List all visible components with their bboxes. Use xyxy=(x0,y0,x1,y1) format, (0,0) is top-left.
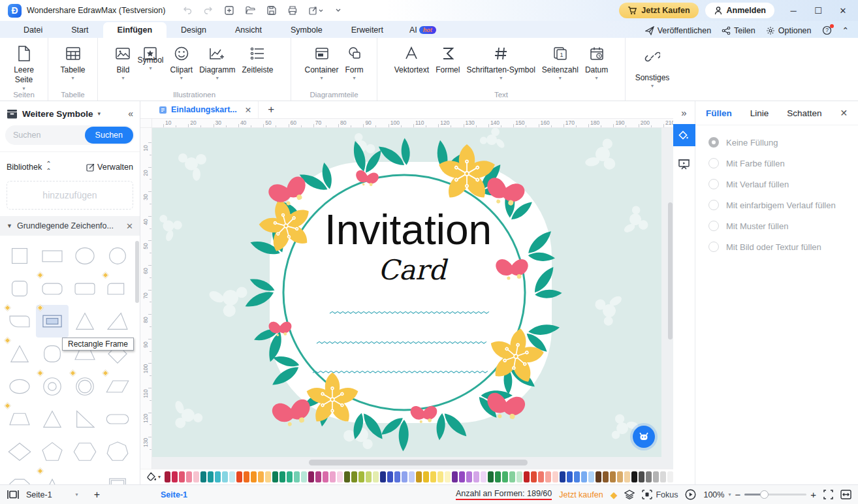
collapse-all-icon[interactable]: ⌃⌃ xyxy=(46,160,50,174)
chevron-down-icon[interactable]: ▾ xyxy=(98,110,101,117)
save-icon[interactable] xyxy=(266,5,277,16)
menu-tab-start[interactable]: Start xyxy=(57,22,103,38)
shape-button[interactable]: Form▾ xyxy=(342,42,367,83)
color-swatch[interactable] xyxy=(165,471,170,482)
color-swatch[interactable] xyxy=(445,471,451,482)
chevron-down-icon[interactable]: ▾ xyxy=(76,492,78,497)
shape-cell-trapezoid-2[interactable] xyxy=(3,403,36,435)
tab-linie[interactable]: Linie xyxy=(750,108,769,118)
color-swatch[interactable] xyxy=(567,471,573,482)
print-icon[interactable] xyxy=(287,5,298,16)
color-swatch[interactable] xyxy=(452,471,458,482)
color-swatch[interactable] xyxy=(337,471,343,482)
shape-cell-isosceles-triangle[interactable] xyxy=(3,338,36,370)
color-swatch[interactable] xyxy=(667,471,673,482)
clipart-button[interactable]: Clipart▾ xyxy=(167,42,196,83)
color-swatch[interactable] xyxy=(560,471,565,482)
date-button[interactable]: Datum▾ xyxy=(582,42,611,83)
color-swatch[interactable] xyxy=(610,471,616,482)
fill-option[interactable]: Keine Füllung xyxy=(699,132,854,153)
misc-button[interactable]: Sonstiges▾ xyxy=(632,42,673,91)
color-swatch[interactable] xyxy=(603,471,609,482)
help-button[interactable]: ? xyxy=(822,25,832,35)
color-swatch[interactable] xyxy=(639,471,644,482)
color-swatch[interactable] xyxy=(308,471,314,482)
color-swatch[interactable] xyxy=(394,471,400,482)
color-swatch[interactable] xyxy=(229,471,235,482)
color-swatch[interactable] xyxy=(473,471,479,482)
color-swatch[interactable] xyxy=(323,471,328,482)
add-library-dropzone[interactable]: hinzuzufügen xyxy=(7,181,133,210)
color-swatch[interactable] xyxy=(495,471,501,482)
color-swatch[interactable] xyxy=(423,471,429,482)
shape-cell-rectangle[interactable] xyxy=(36,240,69,272)
shape-cell-stadium[interactable] xyxy=(101,403,134,435)
color-swatch[interactable] xyxy=(366,471,372,482)
redo-icon[interactable] xyxy=(203,5,214,16)
shape-section-header[interactable]: ▼ Grundlegende Zeichenfo... ✕ xyxy=(0,216,140,236)
canvas-page[interactable]: InvitationCard xyxy=(152,128,661,457)
diagram-button[interactable]: Diagramm▾ xyxy=(196,42,238,83)
fill-option[interactable]: Mit Verlauf füllen xyxy=(699,174,854,195)
shape-cell-circle[interactable] xyxy=(101,240,134,272)
color-swatch[interactable] xyxy=(200,471,206,482)
menu-tab-erweitert[interactable]: Erweitert xyxy=(337,22,398,38)
page-number-button[interactable]: 1 Seitenzahl▾ xyxy=(539,42,582,83)
focus-button[interactable]: Fokus xyxy=(642,490,678,499)
color-swatch[interactable] xyxy=(653,471,659,482)
vector-text-button[interactable]: Vektortext xyxy=(391,42,432,76)
color-swatch[interactable] xyxy=(258,471,264,482)
collapse-ribbon-icon[interactable]: ⌃ xyxy=(842,25,849,35)
fill-option[interactable]: Mit Farbe füllen xyxy=(699,153,854,174)
search-button[interactable]: Suchen xyxy=(85,127,133,144)
shape-cell-rounded-rectangle[interactable] xyxy=(36,272,69,305)
color-swatch[interactable] xyxy=(516,471,522,482)
menu-tab-ansicht[interactable]: Ansicht xyxy=(221,22,276,38)
container-button[interactable]: Container▾ xyxy=(301,42,342,83)
open-file-icon[interactable] xyxy=(245,5,256,16)
radio-icon[interactable] xyxy=(708,242,719,252)
shape-cell-right-triangle[interactable] xyxy=(69,403,101,435)
shape-cell-rounded-rectangle-2[interactable] xyxy=(69,272,101,305)
color-swatch[interactable] xyxy=(279,471,285,482)
shape-cell-square[interactable] xyxy=(3,240,36,272)
radio-icon[interactable] xyxy=(708,158,719,168)
shape-cell-curved-star[interactable] xyxy=(36,468,69,484)
document-tab[interactable]: Einladungskart... ✕ xyxy=(152,101,259,118)
color-swatch[interactable] xyxy=(617,471,623,482)
fill-color-button[interactable]: ▾ xyxy=(147,472,161,482)
color-swatch[interactable] xyxy=(538,471,544,482)
color-swatch[interactable] xyxy=(244,471,249,482)
color-swatch[interactable] xyxy=(481,471,486,482)
buy-now-button[interactable]: Jetzt Kaufen xyxy=(619,3,698,18)
menu-tab-einfuegen[interactable]: Einfügen xyxy=(103,22,167,38)
color-swatch[interactable] xyxy=(466,471,472,482)
radio-icon[interactable] xyxy=(708,221,719,231)
shape-cell-ellipse-wide[interactable] xyxy=(3,370,36,403)
fit-width-icon[interactable] xyxy=(840,490,851,499)
menu-tab-datei[interactable]: Datei xyxy=(9,22,57,38)
color-swatch[interactable] xyxy=(380,471,386,482)
shape-cell-parallelogram[interactable] xyxy=(101,370,134,403)
maximize-button[interactable]: ☐ xyxy=(808,2,828,19)
expand-panel-icon[interactable]: » xyxy=(681,101,686,124)
radio-icon[interactable] xyxy=(708,179,719,189)
menu-tab-ai[interactable]: AIhot xyxy=(398,22,443,38)
color-swatch[interactable] xyxy=(552,471,558,482)
table-button[interactable]: Tabelle▾ xyxy=(57,42,88,83)
radio-icon[interactable] xyxy=(708,200,719,210)
color-swatch[interactable] xyxy=(596,471,601,482)
symbol-button[interactable]: Symbol▾ xyxy=(134,42,167,73)
close-tab-icon[interactable]: ✕ xyxy=(245,105,251,115)
color-swatch[interactable] xyxy=(208,471,214,482)
vertical-scrollbar[interactable] xyxy=(668,202,673,339)
publish-button[interactable]: Veröffentlichen xyxy=(645,26,711,35)
export-icon[interactable] xyxy=(308,5,324,16)
toolbar-more-icon[interactable] xyxy=(334,7,342,14)
presentation-tool-button[interactable] xyxy=(673,153,695,175)
color-swatch[interactable] xyxy=(402,471,407,482)
ai-assistant-button[interactable] xyxy=(633,426,655,448)
play-icon[interactable] xyxy=(685,489,696,500)
color-swatch[interactable] xyxy=(215,471,221,482)
shape-cell-round-corner-shape[interactable] xyxy=(3,305,36,338)
